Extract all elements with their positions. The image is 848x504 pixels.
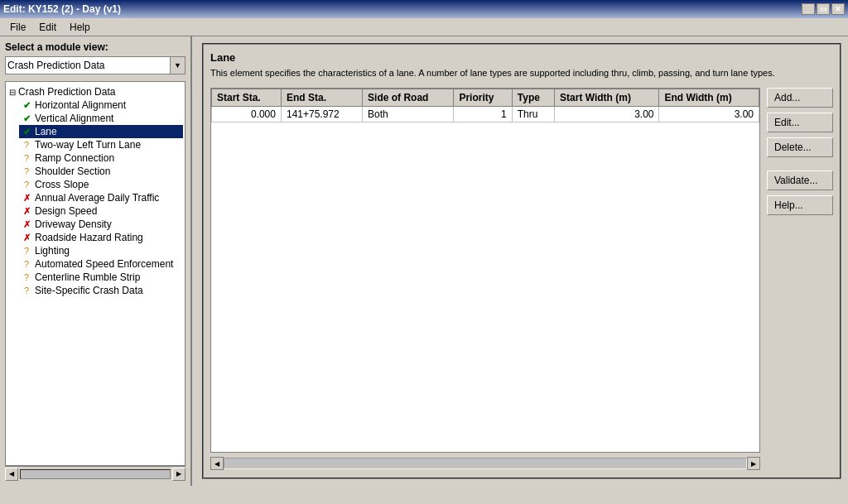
- tree-label-auto-speed: Automated Speed Enforcement: [35, 258, 173, 270]
- tree-item-design-speed[interactable]: ✗ Design Speed: [19, 204, 183, 218]
- tree-root-label: Crash Prediction Data: [18, 86, 115, 98]
- cell-end-width: 3.00: [659, 107, 759, 122]
- section-description: This element specifies the characteristi…: [210, 67, 833, 79]
- table-and-buttons: Start Sta. End Sta. Side of Road Priorit…: [210, 88, 833, 471]
- tree-item-driveway[interactable]: ✗ Driveway Density: [19, 218, 183, 231]
- question-icon-lighting: ?: [21, 246, 32, 256]
- x-icon-aadt: ✗: [21, 193, 32, 204]
- table-scroll-track[interactable]: [224, 458, 747, 469]
- module-view-label: Select a module view:: [5, 41, 186, 53]
- data-table: Start Sta. End Sta. Side of Road Priorit…: [211, 89, 759, 122]
- tree-label-vertical-alignment: Vertical Alignment: [35, 113, 113, 124]
- action-buttons-panel: Add... Edit... Delete... Validate... Hel…: [767, 88, 833, 471]
- data-table-wrapper: Start Sta. End Sta. Side of Road Priorit…: [210, 88, 760, 453]
- question-icon-shoulder: ?: [21, 166, 32, 176]
- tree-label-driveway: Driveway Density: [35, 218, 112, 230]
- module-select-wrapper: Crash Prediction Data ▼: [5, 56, 186, 74]
- table-scroll-left[interactable]: ◀: [210, 457, 224, 470]
- col-header-end-sta: End Sta.: [281, 89, 362, 107]
- tree-item-vertical-alignment[interactable]: ✔ Vertical Alignment: [19, 112, 183, 125]
- add-button[interactable]: Add...: [767, 88, 833, 108]
- tree-item-auto-speed[interactable]: ? Automated Speed Enforcement: [19, 257, 183, 271]
- module-select-arrow[interactable]: ▼: [171, 56, 186, 74]
- right-panel: Lane This element specifies the characte…: [195, 36, 848, 486]
- tree-item-aadt[interactable]: ✗ Annual Average Daily Traffic: [19, 191, 183, 204]
- left-panel-scrollbar: ◀ ▶: [5, 466, 186, 481]
- content-frame: Lane This element specifies the characte…: [202, 43, 841, 479]
- menu-help[interactable]: Help: [63, 20, 97, 35]
- question-icon-site-specific: ?: [21, 286, 32, 295]
- tree-item-site-specific[interactable]: ? Site-Specific Crash Data: [19, 284, 183, 297]
- tree-label-two-way: Two-way Left Turn Lane: [35, 139, 141, 151]
- restore-button[interactable]: ▭: [817, 3, 830, 15]
- tree-label-shoulder: Shoulder Section: [35, 166, 110, 177]
- window-title: Edit: KY152 (2) - Day (v1): [3, 3, 121, 15]
- cell-type: Thru: [512, 107, 554, 122]
- table-row[interactable]: 0.000 141+75.972 Both 1 Thru 3.00 3.00: [212, 107, 759, 122]
- tree-root[interactable]: ⊟ Crash Prediction Data: [7, 85, 183, 98]
- tree-item-cross-slope[interactable]: ? Cross Slope: [19, 178, 183, 191]
- table-area: Start Sta. End Sta. Side of Road Priorit…: [210, 88, 760, 471]
- tree-item-roadside-hazard[interactable]: ✗ Roadside Hazard Rating: [19, 231, 183, 244]
- question-icon-ramp: ?: [21, 153, 32, 163]
- minimize-button[interactable]: _: [802, 3, 815, 15]
- tree-item-shoulder[interactable]: ? Shoulder Section: [19, 165, 183, 178]
- tree-item-centerline[interactable]: ? Centerline Rumble Strip: [19, 271, 183, 284]
- col-header-start-width: Start Width (m): [555, 89, 659, 107]
- tree-label-design-speed: Design Speed: [35, 205, 97, 217]
- cell-end-sta: 141+75.972: [281, 107, 362, 122]
- tree-label-roadside-hazard: Roadside Hazard Rating: [35, 232, 143, 243]
- tree-label-ramp: Ramp Connection: [35, 152, 114, 164]
- left-panel: Select a module view: Crash Prediction D…: [0, 36, 192, 486]
- table-hscroll: ◀ ▶: [210, 456, 760, 471]
- question-icon-cross-slope: ?: [21, 180, 32, 190]
- close-button[interactable]: ✕: [831, 3, 845, 15]
- x-icon-design-speed: ✗: [21, 206, 32, 217]
- check-icon-horizontal: ✔: [21, 100, 32, 111]
- menu-bar: File Edit Help: [0, 18, 848, 36]
- col-header-start-sta: Start Sta.: [212, 89, 282, 107]
- tree-item-two-way[interactable]: ? Two-way Left Turn Lane: [19, 138, 183, 151]
- x-icon-roadside: ✗: [21, 233, 32, 243]
- cell-start-sta: 0.000: [212, 107, 282, 122]
- tree-label-centerline: Centerline Rumble Strip: [35, 271, 140, 283]
- table-scroll-right[interactable]: ▶: [747, 457, 760, 470]
- tree-label-aadt: Annual Average Daily Traffic: [35, 192, 159, 204]
- title-bar: Edit: KY152 (2) - Day (v1) _ ▭ ✕: [0, 0, 848, 18]
- tree-items: ✔ Horizontal Alignment ✔ Vertical Alignm…: [7, 98, 183, 297]
- question-icon-auto-speed: ?: [21, 259, 32, 269]
- tree-label-site-specific: Site-Specific Crash Data: [35, 285, 143, 296]
- col-header-priority: Priority: [454, 89, 512, 107]
- edit-button[interactable]: Edit...: [767, 113, 833, 132]
- tree-label-cross-slope: Cross Slope: [35, 179, 89, 190]
- x-icon-driveway: ✗: [21, 219, 32, 230]
- delete-button[interactable]: Delete...: [767, 137, 833, 157]
- col-header-type: Type: [512, 89, 554, 107]
- main-layout: Select a module view: Crash Prediction D…: [0, 36, 848, 486]
- help-button[interactable]: Help...: [767, 195, 833, 215]
- module-select[interactable]: Crash Prediction Data: [5, 56, 171, 74]
- tree-item-ramp[interactable]: ? Ramp Connection: [19, 151, 183, 165]
- question-icon-centerline: ?: [21, 272, 32, 282]
- section-title: Lane: [210, 51, 833, 64]
- menu-edit[interactable]: Edit: [32, 20, 63, 35]
- check-icon-lane: ✔: [21, 127, 32, 137]
- tree-label-horizontal-alignment: Horizontal Alignment: [35, 99, 126, 111]
- tree-expand-icon: ⊟: [9, 88, 16, 97]
- scroll-track[interactable]: [20, 469, 171, 479]
- menu-file[interactable]: File: [3, 20, 32, 35]
- tree-item-lane[interactable]: ✔ Lane: [19, 125, 183, 138]
- tree-item-horizontal-alignment[interactable]: ✔ Horizontal Alignment: [19, 98, 183, 112]
- cell-priority: 1: [454, 107, 512, 122]
- cell-side: Both: [363, 107, 454, 122]
- tree-label-lighting: Lighting: [35, 245, 70, 257]
- scroll-right-button[interactable]: ▶: [172, 468, 186, 481]
- title-bar-buttons: _ ▭ ✕: [802, 3, 845, 15]
- validate-button[interactable]: Validate...: [767, 170, 833, 190]
- col-header-side: Side of Road: [363, 89, 454, 107]
- check-icon-vertical: ✔: [21, 113, 32, 124]
- tree-item-lighting[interactable]: ? Lighting: [19, 244, 183, 257]
- cell-start-width: 3.00: [555, 107, 659, 122]
- tree-container: ⊟ Crash Prediction Data ✔ Horizontal Ali…: [5, 81, 186, 466]
- scroll-left-button[interactable]: ◀: [5, 468, 18, 481]
